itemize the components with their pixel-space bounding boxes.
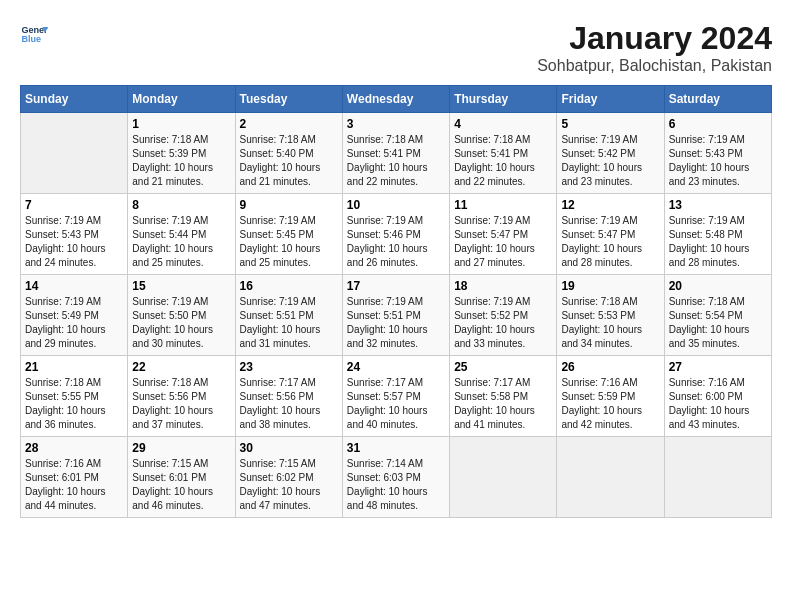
calendar-header-row: SundayMondayTuesdayWednesdayThursdayFrid… [21, 86, 772, 113]
calendar-week-3: 14Sunrise: 7:19 AM Sunset: 5:49 PM Dayli… [21, 275, 772, 356]
calendar-cell: 6Sunrise: 7:19 AM Sunset: 5:43 PM Daylig… [664, 113, 771, 194]
svg-text:Blue: Blue [21, 34, 41, 44]
day-number: 2 [240, 117, 338, 131]
day-number: 6 [669, 117, 767, 131]
day-info: Sunrise: 7:19 AM Sunset: 5:42 PM Dayligh… [561, 133, 659, 189]
day-info: Sunrise: 7:19 AM Sunset: 5:43 PM Dayligh… [669, 133, 767, 189]
calendar-title: January 2024 [537, 20, 772, 57]
day-info: Sunrise: 7:19 AM Sunset: 5:48 PM Dayligh… [669, 214, 767, 270]
day-info: Sunrise: 7:18 AM Sunset: 5:39 PM Dayligh… [132, 133, 230, 189]
calendar-cell: 28Sunrise: 7:16 AM Sunset: 6:01 PM Dayli… [21, 437, 128, 518]
calendar-cell: 3Sunrise: 7:18 AM Sunset: 5:41 PM Daylig… [342, 113, 449, 194]
calendar-cell: 27Sunrise: 7:16 AM Sunset: 6:00 PM Dayli… [664, 356, 771, 437]
logo-icon: General Blue [20, 20, 48, 48]
day-number: 3 [347, 117, 445, 131]
calendar-cell: 25Sunrise: 7:17 AM Sunset: 5:58 PM Dayli… [450, 356, 557, 437]
day-info: Sunrise: 7:19 AM Sunset: 5:47 PM Dayligh… [561, 214, 659, 270]
day-info: Sunrise: 7:19 AM Sunset: 5:46 PM Dayligh… [347, 214, 445, 270]
calendar-week-5: 28Sunrise: 7:16 AM Sunset: 6:01 PM Dayli… [21, 437, 772, 518]
day-number: 13 [669, 198, 767, 212]
calendar-cell: 29Sunrise: 7:15 AM Sunset: 6:01 PM Dayli… [128, 437, 235, 518]
calendar-cell: 17Sunrise: 7:19 AM Sunset: 5:51 PM Dayli… [342, 275, 449, 356]
calendar-cell: 30Sunrise: 7:15 AM Sunset: 6:02 PM Dayli… [235, 437, 342, 518]
calendar-cell: 11Sunrise: 7:19 AM Sunset: 5:47 PM Dayli… [450, 194, 557, 275]
calendar-cell: 2Sunrise: 7:18 AM Sunset: 5:40 PM Daylig… [235, 113, 342, 194]
header: General Blue January 2024 Sohbatpur, Bal… [20, 20, 772, 75]
day-number: 18 [454, 279, 552, 293]
day-info: Sunrise: 7:18 AM Sunset: 5:55 PM Dayligh… [25, 376, 123, 432]
calendar-cell: 14Sunrise: 7:19 AM Sunset: 5:49 PM Dayli… [21, 275, 128, 356]
day-info: Sunrise: 7:19 AM Sunset: 5:43 PM Dayligh… [25, 214, 123, 270]
calendar-cell: 13Sunrise: 7:19 AM Sunset: 5:48 PM Dayli… [664, 194, 771, 275]
day-number: 15 [132, 279, 230, 293]
day-info: Sunrise: 7:16 AM Sunset: 6:00 PM Dayligh… [669, 376, 767, 432]
day-info: Sunrise: 7:19 AM Sunset: 5:44 PM Dayligh… [132, 214, 230, 270]
day-info: Sunrise: 7:15 AM Sunset: 6:02 PM Dayligh… [240, 457, 338, 513]
day-number: 8 [132, 198, 230, 212]
day-info: Sunrise: 7:18 AM Sunset: 5:41 PM Dayligh… [454, 133, 552, 189]
calendar-cell: 22Sunrise: 7:18 AM Sunset: 5:56 PM Dayli… [128, 356, 235, 437]
day-info: Sunrise: 7:18 AM Sunset: 5:54 PM Dayligh… [669, 295, 767, 351]
day-number: 25 [454, 360, 552, 374]
day-number: 10 [347, 198, 445, 212]
calendar-cell: 10Sunrise: 7:19 AM Sunset: 5:46 PM Dayli… [342, 194, 449, 275]
day-info: Sunrise: 7:17 AM Sunset: 5:56 PM Dayligh… [240, 376, 338, 432]
calendar-subtitle: Sohbatpur, Balochistan, Pakistan [537, 57, 772, 75]
calendar-cell: 24Sunrise: 7:17 AM Sunset: 5:57 PM Dayli… [342, 356, 449, 437]
day-number: 29 [132, 441, 230, 455]
header-monday: Monday [128, 86, 235, 113]
day-info: Sunrise: 7:17 AM Sunset: 5:57 PM Dayligh… [347, 376, 445, 432]
calendar-cell [557, 437, 664, 518]
calendar-cell: 26Sunrise: 7:16 AM Sunset: 5:59 PM Dayli… [557, 356, 664, 437]
calendar-cell: 16Sunrise: 7:19 AM Sunset: 5:51 PM Dayli… [235, 275, 342, 356]
calendar-cell: 5Sunrise: 7:19 AM Sunset: 5:42 PM Daylig… [557, 113, 664, 194]
day-number: 9 [240, 198, 338, 212]
day-info: Sunrise: 7:17 AM Sunset: 5:58 PM Dayligh… [454, 376, 552, 432]
calendar-cell: 20Sunrise: 7:18 AM Sunset: 5:54 PM Dayli… [664, 275, 771, 356]
day-info: Sunrise: 7:19 AM Sunset: 5:51 PM Dayligh… [347, 295, 445, 351]
title-section: January 2024 Sohbatpur, Balochistan, Pak… [537, 20, 772, 75]
day-info: Sunrise: 7:16 AM Sunset: 6:01 PM Dayligh… [25, 457, 123, 513]
header-saturday: Saturday [664, 86, 771, 113]
calendar-cell: 1Sunrise: 7:18 AM Sunset: 5:39 PM Daylig… [128, 113, 235, 194]
logo: General Blue [20, 20, 48, 48]
day-info: Sunrise: 7:15 AM Sunset: 6:01 PM Dayligh… [132, 457, 230, 513]
header-tuesday: Tuesday [235, 86, 342, 113]
header-friday: Friday [557, 86, 664, 113]
calendar-cell: 18Sunrise: 7:19 AM Sunset: 5:52 PM Dayli… [450, 275, 557, 356]
day-number: 19 [561, 279, 659, 293]
day-number: 24 [347, 360, 445, 374]
calendar-cell: 23Sunrise: 7:17 AM Sunset: 5:56 PM Dayli… [235, 356, 342, 437]
header-thursday: Thursday [450, 86, 557, 113]
calendar-cell: 19Sunrise: 7:18 AM Sunset: 5:53 PM Dayli… [557, 275, 664, 356]
day-info: Sunrise: 7:19 AM Sunset: 5:52 PM Dayligh… [454, 295, 552, 351]
day-number: 14 [25, 279, 123, 293]
calendar-week-1: 1Sunrise: 7:18 AM Sunset: 5:39 PM Daylig… [21, 113, 772, 194]
calendar-cell: 7Sunrise: 7:19 AM Sunset: 5:43 PM Daylig… [21, 194, 128, 275]
calendar-cell: 31Sunrise: 7:14 AM Sunset: 6:03 PM Dayli… [342, 437, 449, 518]
day-number: 30 [240, 441, 338, 455]
day-number: 20 [669, 279, 767, 293]
day-number: 26 [561, 360, 659, 374]
day-number: 21 [25, 360, 123, 374]
day-number: 23 [240, 360, 338, 374]
day-info: Sunrise: 7:19 AM Sunset: 5:51 PM Dayligh… [240, 295, 338, 351]
calendar-cell: 12Sunrise: 7:19 AM Sunset: 5:47 PM Dayli… [557, 194, 664, 275]
day-info: Sunrise: 7:18 AM Sunset: 5:56 PM Dayligh… [132, 376, 230, 432]
day-number: 17 [347, 279, 445, 293]
day-number: 1 [132, 117, 230, 131]
header-wednesday: Wednesday [342, 86, 449, 113]
day-number: 12 [561, 198, 659, 212]
calendar-cell: 4Sunrise: 7:18 AM Sunset: 5:41 PM Daylig… [450, 113, 557, 194]
day-number: 16 [240, 279, 338, 293]
calendar-week-2: 7Sunrise: 7:19 AM Sunset: 5:43 PM Daylig… [21, 194, 772, 275]
day-number: 22 [132, 360, 230, 374]
day-info: Sunrise: 7:19 AM Sunset: 5:45 PM Dayligh… [240, 214, 338, 270]
calendar-cell: 15Sunrise: 7:19 AM Sunset: 5:50 PM Dayli… [128, 275, 235, 356]
calendar-cell: 9Sunrise: 7:19 AM Sunset: 5:45 PM Daylig… [235, 194, 342, 275]
day-info: Sunrise: 7:19 AM Sunset: 5:47 PM Dayligh… [454, 214, 552, 270]
day-info: Sunrise: 7:18 AM Sunset: 5:40 PM Dayligh… [240, 133, 338, 189]
calendar-cell: 21Sunrise: 7:18 AM Sunset: 5:55 PM Dayli… [21, 356, 128, 437]
header-sunday: Sunday [21, 86, 128, 113]
calendar-cell: 8Sunrise: 7:19 AM Sunset: 5:44 PM Daylig… [128, 194, 235, 275]
